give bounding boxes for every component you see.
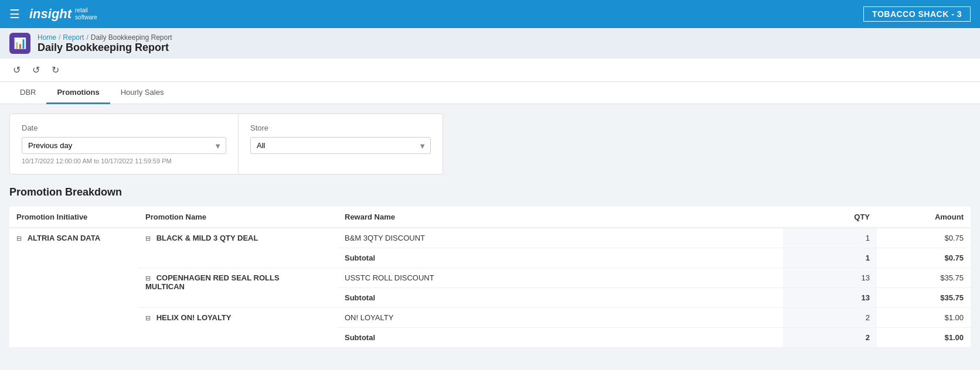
col-amount: Amount — [877, 207, 971, 228]
store-filter-label: Store — [250, 124, 431, 132]
qty-cell: 1 — [783, 228, 877, 248]
table-row: ⊟ HELIX ON! LOYALTY ON! LOYALTY 2 $1.00 — [9, 308, 971, 328]
date-filter-section: Date Previous day ▼ 10/17/2022 12:00:00 … — [10, 114, 239, 174]
subtotal-amount: $1.00 — [877, 328, 971, 348]
tab-dbr[interactable]: DBR — [9, 82, 46, 104]
toolbar: ↺ ↺ ↻ — [0, 59, 980, 82]
promo-name: HELIX ON! LOYALTY — [156, 313, 232, 322]
promo-name-cell: ⊟ COPENHAGEN RED SEAL ROLLSMULTICAN — [138, 268, 338, 308]
collapse-icon[interactable]: ⊟ — [16, 235, 22, 242]
store-select[interactable]: All — [250, 137, 431, 154]
date-filter-label: Date — [22, 124, 226, 132]
promo-name: BLACK & MILD 3 QTY DEAL — [156, 234, 258, 242]
promo-name: COPENHAGEN RED SEAL ROLLSMULTICAN — [145, 273, 280, 291]
tab-bar: DBR Promotions Hourly Sales — [0, 82, 980, 104]
filter-row: Date Previous day ▼ 10/17/2022 12:00:00 … — [9, 114, 443, 174]
breadcrumb-current: Daily Bookkeeping Report — [91, 33, 172, 42]
collapse-icon[interactable]: ⊟ — [145, 235, 151, 242]
top-navigation: ☰ insight retailsoftware TOBACCO SHACK -… — [0, 0, 980, 28]
section-title: Promotion Breakdown — [9, 186, 971, 198]
table-header-row: Promotion Initiative Promotion Name Rewa… — [9, 207, 971, 228]
collapse-icon[interactable]: ⊟ — [145, 275, 151, 282]
logo: insight retailsoftware — [29, 6, 97, 22]
redo-button[interactable]: ↻ — [48, 63, 63, 77]
menu-icon[interactable]: ☰ — [9, 7, 20, 21]
promotion-table: Promotion Initiative Promotion Name Rewa… — [9, 207, 971, 348]
reward-name: USSTC ROLL DISCOUNT — [338, 268, 783, 288]
logo-subtext: retailsoftware — [75, 7, 97, 21]
store-badge: TOBACCO SHACK - 3 — [863, 6, 971, 22]
main-content: Date Previous day ▼ 10/17/2022 12:00:00 … — [0, 104, 980, 357]
col-reward: Reward Name — [338, 207, 783, 228]
col-initiative: Promotion Initiative — [9, 207, 138, 228]
reward-name: ON! LOYALTY — [338, 308, 783, 328]
table-row: ⊟ ALTRIA SCAN DATA ⊟ BLACK & MILD 3 QTY … — [9, 228, 971, 248]
date-select-wrap: Previous day ▼ — [22, 137, 226, 154]
amount-cell: $1.00 — [877, 308, 971, 328]
amount-cell: $35.75 — [877, 268, 971, 288]
promo-name-cell: ⊟ BLACK & MILD 3 QTY DEAL — [138, 228, 338, 268]
subtotal-amount: $0.75 — [877, 248, 971, 268]
subtotal-label: Subtotal — [338, 288, 783, 308]
initiative-name: ALTRIA SCAN DATA — [28, 234, 100, 242]
subtotal-qty: 13 — [783, 288, 877, 308]
page-header-text: Home / Report / Daily Bookkeeping Report… — [38, 33, 172, 54]
page-icon: 📊 — [9, 33, 30, 54]
date-range-text: 10/17/2022 12:00:00 AM to 10/17/2022 11:… — [22, 157, 226, 165]
store-filter-section: Store All ▼ — [239, 114, 443, 174]
subtotal-qty: 1 — [783, 248, 877, 268]
breadcrumb: Home / Report / Daily Bookkeeping Report — [38, 33, 172, 42]
amount-cell: $0.75 — [877, 228, 971, 248]
subtotal-label: Subtotal — [338, 328, 783, 348]
qty-cell: 13 — [783, 268, 877, 288]
logo-text: insight — [29, 6, 72, 22]
table-row: ⊟ COPENHAGEN RED SEAL ROLLSMULTICAN USST… — [9, 268, 971, 288]
col-qty: QTY — [783, 207, 877, 228]
page-title: Daily Bookkeeping Report — [38, 42, 172, 54]
breadcrumb-sep2: / — [86, 33, 88, 42]
subtotal-amount: $35.75 — [877, 288, 971, 308]
undo2-button[interactable]: ↺ — [29, 63, 43, 77]
breadcrumb-home[interactable]: Home — [38, 33, 56, 42]
breadcrumb-sep1: / — [59, 33, 60, 42]
reward-name: B&M 3QTY DISCOUNT — [338, 228, 783, 248]
promo-name-cell: ⊟ HELIX ON! LOYALTY — [138, 308, 338, 348]
tab-promotions[interactable]: Promotions — [46, 82, 110, 104]
date-select[interactable]: Previous day — [22, 137, 226, 154]
subtotal-qty: 2 — [783, 328, 877, 348]
col-name: Promotion Name — [138, 207, 338, 228]
collapse-icon[interactable]: ⊟ — [145, 314, 151, 321]
undo-button[interactable]: ↺ — [9, 63, 24, 77]
page-header: 📊 Home / Report / Daily Bookkeeping Repo… — [0, 28, 980, 59]
tab-hourly-sales[interactable]: Hourly Sales — [110, 82, 175, 104]
subtotal-label: Subtotal — [338, 248, 783, 268]
qty-cell: 2 — [783, 308, 877, 328]
store-select-wrap: All ▼ — [250, 137, 431, 154]
breadcrumb-report[interactable]: Report — [63, 33, 84, 42]
initiative-cell: ⊟ ALTRIA SCAN DATA — [9, 228, 138, 348]
